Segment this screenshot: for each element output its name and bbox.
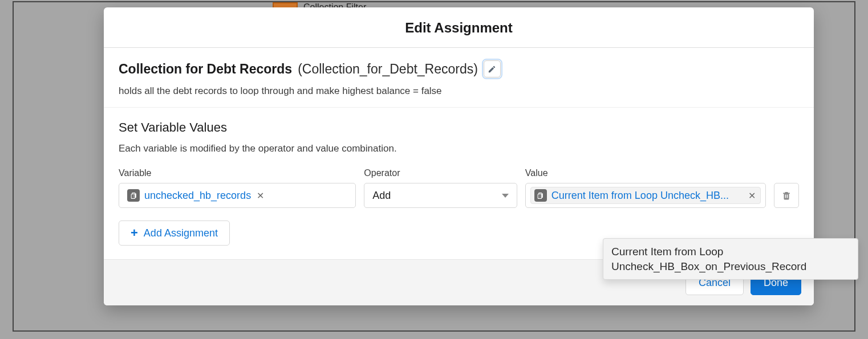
operator-value: Add <box>372 190 391 202</box>
operator-select[interactable]: Add <box>364 183 517 208</box>
record-name: Collection for Debt Records <box>119 62 292 77</box>
variable-resource-icon <box>127 189 140 202</box>
assignment-row: Variable unchecked_hb_records ✕ Operator… <box>119 168 799 208</box>
record-api-name: (Collection_for_Debt_Records) <box>298 62 478 77</box>
section-subtext: Each variable is modified by the operato… <box>119 143 799 154</box>
modal-header: Edit Assignment <box>104 7 814 48</box>
value-pill-text: Current Item from Loop Uncheck_HB... <box>551 190 743 202</box>
value-tooltip: Current Item from Loop Uncheck_HB_Box_on… <box>603 238 858 280</box>
variable-input[interactable]: unchecked_hb_records ✕ <box>119 183 356 208</box>
assignment-body: Set Variable Values Each variable is mod… <box>104 108 814 259</box>
add-assignment-label: Add Assignment <box>144 227 218 239</box>
pencil-icon <box>488 65 496 73</box>
value-resource-icon <box>534 189 547 202</box>
chevron-down-icon <box>502 194 509 198</box>
variable-column-label: Variable <box>119 168 356 178</box>
value-clear-icon[interactable]: ✕ <box>747 190 757 201</box>
add-assignment-button[interactable]: + Add Assignment <box>119 220 230 246</box>
record-description: holds all the debt records to loop throu… <box>119 85 799 97</box>
plus-icon: + <box>131 226 138 240</box>
operator-column-label: Operator <box>364 168 517 178</box>
section-heading: Set Variable Values <box>119 120 799 135</box>
edit-name-button[interactable] <box>484 60 501 77</box>
value-input[interactable]: Current Item from Loop Uncheck_HB... ✕ <box>525 183 766 208</box>
variable-pill-text: unchecked_hb_records <box>144 190 251 202</box>
value-column-label: Value <box>525 168 766 178</box>
modal-title: Edit Assignment <box>104 20 814 36</box>
variable-clear-icon[interactable]: ✕ <box>255 190 265 201</box>
delete-row-button[interactable] <box>774 183 799 208</box>
trash-icon <box>781 190 792 201</box>
record-title-block: Collection for Debt Records (Collection_… <box>104 48 814 108</box>
